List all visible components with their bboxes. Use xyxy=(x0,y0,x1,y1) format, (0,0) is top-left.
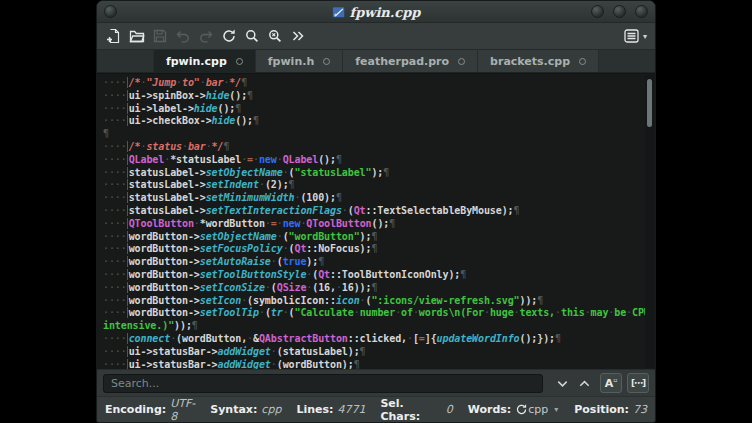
code-line: ····connect·(wordButton,·&QAbstractButto… xyxy=(103,333,645,346)
chevron-down-icon[interactable] xyxy=(551,373,573,393)
code-line: ····wordButton->setIcon·(symbolicIcon::i… xyxy=(103,295,645,308)
edit-redo-icon xyxy=(194,25,217,47)
vertical-scrollbar[interactable] xyxy=(645,75,654,368)
tab-close-icon[interactable] xyxy=(236,58,243,65)
code-line: intensive.)"));¶ xyxy=(103,320,645,333)
status-field-value: 4771 xyxy=(337,403,365,416)
status-field: Words: xyxy=(468,403,529,416)
status-field: Encoding:UTF-8 xyxy=(105,397,195,423)
code-line: ¶ xyxy=(103,128,645,141)
scrollbar-thumb[interactable] xyxy=(647,79,652,127)
status-field-value: UTF-8 xyxy=(170,397,195,423)
code-line: ····/*·status·bar·*/¶ xyxy=(103,141,645,154)
code-line: ····wordButton->setIconSize·(QSize·(16,·… xyxy=(103,282,645,295)
document-save-icon xyxy=(148,25,171,47)
search-controls: A▫[⋯] xyxy=(551,373,649,393)
code-line: ····wordButton->setObjectName·("wordButt… xyxy=(103,231,645,244)
menu-button[interactable]: ▾ xyxy=(623,28,647,44)
code-line: ····ui->checkBox->hide();¶ xyxy=(103,115,645,128)
featherpad-app-icon xyxy=(332,5,346,19)
code-line: ····wordButton->setAutoRaise·(true);¶ xyxy=(103,256,645,269)
edit-find-replace-icon[interactable] xyxy=(263,25,286,47)
window-title-text: fpwin.cpp xyxy=(350,5,421,20)
tab-label: fpwin.h xyxy=(268,55,314,68)
toolbar-buttons xyxy=(102,25,309,47)
code-line: ····statusLabel->setMinimumWidth·(100);¶ xyxy=(103,192,645,205)
code-line: ····ui->statusBar->addWidget·(statusLabe… xyxy=(103,346,645,359)
chevron-down-icon: ▾ xyxy=(554,405,558,414)
status-field-value: 0 xyxy=(446,403,453,416)
position-label: Position: xyxy=(574,403,629,416)
status-field-label: Encoding: xyxy=(105,403,166,416)
whole-words-icon[interactable]: [⋯] xyxy=(627,373,649,393)
tab-bar: fpwin.cppfpwin.hfeatherpad.probrackets.c… xyxy=(97,49,655,73)
status-field-value: cpp xyxy=(261,403,281,416)
chevron-down-icon: ▾ xyxy=(643,32,647,41)
status-fields: Encoding:UTF-8Syntax:cppLines:4771Sel. C… xyxy=(105,397,528,423)
code-line: ····ui->spinBox->hide();¶ xyxy=(103,90,645,103)
status-bar: Encoding:UTF-8Syntax:cppLines:4771Sel. C… xyxy=(97,396,655,422)
tab-close-icon[interactable] xyxy=(458,58,465,65)
refresh-icon[interactable] xyxy=(515,403,528,416)
status-field: Sel. Chars:0 xyxy=(380,397,452,423)
window-title: fpwin.cpp xyxy=(332,1,421,23)
toolbar: ▾ xyxy=(97,23,655,49)
tab-featherpad.pro[interactable]: featherpad.pro xyxy=(343,50,478,72)
edit-find-icon[interactable] xyxy=(240,25,263,47)
tab-label: featherpad.pro xyxy=(355,55,449,68)
status-field-label: Lines: xyxy=(296,403,333,416)
code-line: ····wordButton->setToolTip·(tr·("Calcula… xyxy=(103,307,645,320)
position-value: 73 xyxy=(633,403,647,416)
tab-label: brackets.cpp xyxy=(490,55,570,68)
match-case-icon[interactable]: A▫ xyxy=(600,373,622,393)
tab-close-icon[interactable] xyxy=(579,58,586,65)
code-line: ····statusLabel->setIndent·(2);¶ xyxy=(103,179,645,192)
status-field: Syntax:cpp xyxy=(210,403,281,416)
status-field: Lines:4771 xyxy=(296,403,365,416)
chevron-up-icon[interactable] xyxy=(573,373,595,393)
code-line: ····/*·"Jump·to"·bar·*/¶ xyxy=(103,77,645,90)
search-bar: A▫[⋯] xyxy=(97,369,655,396)
code-line: ····ui->statusBar->addWidget·(wordButton… xyxy=(103,359,645,369)
code-line: ····statusLabel->setObjectName·("statusL… xyxy=(103,167,645,180)
minimize-button[interactable] xyxy=(591,5,604,18)
code-line: ····ui->label->hide();¶ xyxy=(103,103,645,116)
tab-fpwin.cpp[interactable]: fpwin.cpp xyxy=(153,50,256,72)
status-field-label: Sel. Chars: xyxy=(380,397,441,423)
titlebar-left-button[interactable] xyxy=(104,5,117,18)
syntax-language-select[interactable]: cpp ▾ xyxy=(528,403,558,416)
language-value: cpp xyxy=(528,403,548,416)
document-new-icon[interactable] xyxy=(102,25,125,47)
tab-brackets.cpp[interactable]: brackets.cpp xyxy=(478,50,599,72)
status-field-label: Words: xyxy=(468,403,512,416)
code-line: ····wordButton->setFocusPolicy·(Qt::NoFo… xyxy=(103,243,645,256)
overflow-chevrons-icon[interactable] xyxy=(286,25,309,47)
position-field: Position: 73 xyxy=(574,403,647,416)
code-line: ····statusLabel->setTextInteractionFlags… xyxy=(103,205,645,218)
tab-fpwin.h[interactable]: fpwin.h xyxy=(256,50,343,72)
code-line: ····QToolButton·*wordButton·=·new·QToolB… xyxy=(103,218,645,231)
edit-undo-icon xyxy=(171,25,194,47)
menu-icon xyxy=(623,28,640,44)
text-editor[interactable]: ····/*·"Jump·to"·bar·*/¶····ui->spinBox-… xyxy=(97,73,655,369)
document-open-icon[interactable] xyxy=(125,25,148,47)
tab-label: fpwin.cpp xyxy=(166,55,227,68)
close-button[interactable] xyxy=(635,5,648,18)
featherpad-window: fpwin.cpp ▾ fpwin.cppfpwin.hfeatherpad.p… xyxy=(96,0,656,423)
search-input[interactable] xyxy=(103,374,543,393)
code-lines: ····/*·"Jump·to"·bar·*/¶····ui->spinBox-… xyxy=(103,77,645,369)
code-line: ····wordButton->setToolButtonStyle·(Qt::… xyxy=(103,269,645,282)
status-field-label: Syntax: xyxy=(210,403,257,416)
tab-close-icon[interactable] xyxy=(323,58,330,65)
view-refresh-icon[interactable] xyxy=(217,25,240,47)
code-line: ····QLabel·*statusLabel·=·new·QLabel();¶ xyxy=(103,154,645,167)
title-bar[interactable]: fpwin.cpp xyxy=(97,1,655,23)
maximize-button[interactable] xyxy=(613,5,626,18)
